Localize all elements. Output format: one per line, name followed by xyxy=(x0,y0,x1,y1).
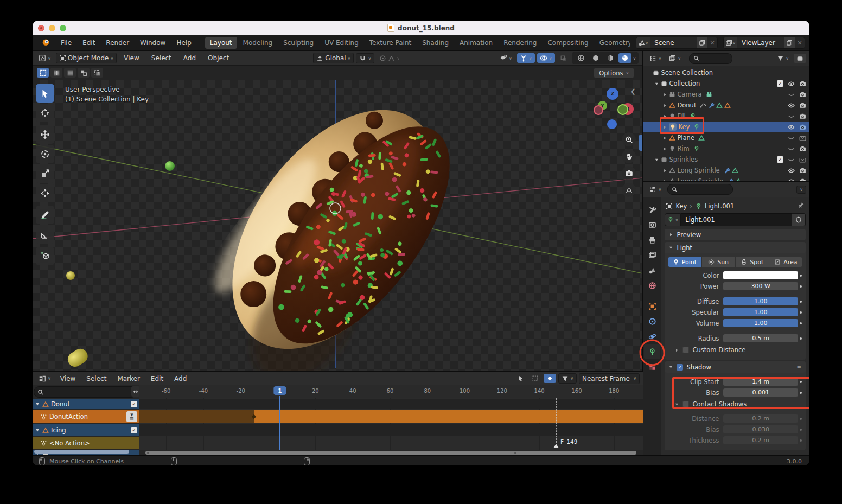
property-specular-field[interactable]: 1.00 xyxy=(723,308,798,316)
property-bias-field[interactable]: 0.001 xyxy=(723,388,798,397)
options-button[interactable]: Options∨ xyxy=(594,67,634,79)
pan-button[interactable] xyxy=(622,149,636,163)
gizmo-z-axis[interactable]: Z xyxy=(607,88,618,100)
property-volume-field[interactable]: 1.00 xyxy=(723,319,798,327)
properties-tab-texture[interactable] xyxy=(644,359,660,374)
blender-menu-button[interactable] xyxy=(37,36,55,49)
timeline-ruler[interactable]: -60-40-20204060801001201401601801 xyxy=(139,385,643,399)
scrollbar-handle-end[interactable] xyxy=(514,452,516,454)
channel-donutaction[interactable]: DonutAction▼▥ xyxy=(33,410,139,423)
light-panel-header[interactable]: Light= xyxy=(665,242,806,253)
animate-property-dot[interactable] xyxy=(798,418,803,420)
contact-shadows-checkbox[interactable] xyxy=(682,401,689,407)
disable-render-toggle-icon[interactable] xyxy=(799,124,806,131)
properties-tab-object[interactable] xyxy=(644,298,660,314)
hide-viewport-toggle-icon[interactable] xyxy=(788,102,795,109)
workspace-tab-rendering[interactable]: Rendering xyxy=(499,37,541,49)
outliner-row-plane[interactable]: Plane xyxy=(643,132,809,143)
light-browse-button[interactable]: ∨ xyxy=(665,213,681,226)
property-distance-field[interactable]: 0.2 m xyxy=(723,414,798,423)
preview-panel-header[interactable]: Preview= xyxy=(665,229,806,240)
animate-property-dot[interactable] xyxy=(798,301,803,303)
outliner-row-scene-collection[interactable]: Scene Collection xyxy=(643,67,809,78)
outliner-search-field[interactable] xyxy=(689,53,732,64)
properties-editor-type-button[interactable]: ∨ xyxy=(646,184,664,194)
properties-tab-physics[interactable] xyxy=(644,329,660,344)
properties-tab-world[interactable] xyxy=(644,278,660,293)
viewport-menu-select[interactable]: Select xyxy=(146,53,176,63)
animate-property-dot[interactable] xyxy=(798,337,803,340)
light-type-area-button[interactable]: Area xyxy=(769,257,802,267)
shading-rendered-button[interactable] xyxy=(618,53,632,63)
view-layer-new-button[interactable] xyxy=(784,37,795,48)
animate-property-dot[interactable] xyxy=(798,429,803,431)
tool-cursor-button[interactable] xyxy=(36,104,54,122)
tool-move-button[interactable] xyxy=(36,125,54,144)
outliner-row-rim[interactable]: Rim xyxy=(643,143,809,154)
channel-search-field[interactable] xyxy=(34,386,137,398)
show-gizmos-toggle[interactable]: ∨ xyxy=(517,53,535,63)
n-panel-tab[interactable] xyxy=(639,135,642,151)
workspace-tab-modeling[interactable]: Modeling xyxy=(238,37,278,49)
tool-add-cube-button[interactable] xyxy=(36,247,54,265)
tool-measure-button[interactable] xyxy=(36,225,54,244)
disable-render-toggle-icon[interactable] xyxy=(799,91,806,98)
hide-viewport-toggle-icon[interactable] xyxy=(788,124,795,131)
viewport-3d[interactable]: User Perspective (1) Scene Collection | … xyxy=(33,80,642,372)
timeline-scrollbar[interactable] xyxy=(145,451,636,455)
zoom-button[interactable] xyxy=(622,132,636,146)
properties-tab-scene[interactable] xyxy=(644,263,660,278)
playhead[interactable] xyxy=(279,396,280,450)
select-set-button[interactable] xyxy=(37,68,49,78)
workspace-tab-shading[interactable]: Shading xyxy=(417,37,454,49)
hide-viewport-toggle-off-icon[interactable] xyxy=(788,135,795,142)
outliner-row-long-sprinkle[interactable]: Long Sprinkle xyxy=(643,165,809,176)
select-inv-button[interactable] xyxy=(78,68,90,78)
tool-transform-button[interactable] xyxy=(36,184,54,202)
property-thickness-field[interactable]: 0.2 m xyxy=(723,436,798,444)
select-sub-button[interactable] xyxy=(64,68,76,78)
editor-type-button[interactable]: ∨ xyxy=(36,53,54,63)
show-keyframes-toggle[interactable] xyxy=(544,374,556,383)
dope-sheet-menu-select[interactable]: Select xyxy=(82,374,111,384)
properties-tab-object-data[interactable] xyxy=(644,344,660,359)
dope-sheet-body[interactable]: -60-40-20204060801001201401601801F_149Do… xyxy=(33,385,643,457)
workspace-tab-layout[interactable]: Layout xyxy=(205,37,237,49)
animate-property-dot[interactable] xyxy=(798,275,803,277)
workspace-tab-sculpting[interactable]: Sculpting xyxy=(278,37,318,49)
app-menu-help[interactable]: Help xyxy=(171,37,196,48)
object-visibility-dropdown[interactable]: ∨ xyxy=(497,53,515,63)
workspace-tab-compositing[interactable]: Compositing xyxy=(543,37,593,49)
zoom-button[interactable] xyxy=(60,25,66,31)
shadow-checkbox[interactable]: ✓ xyxy=(677,364,683,371)
outliner-row-donut[interactable]: Donut xyxy=(643,100,809,111)
workspace-tab-animation[interactable]: Animation xyxy=(455,37,497,49)
workspace-tab-texture-paint[interactable]: Texture Paint xyxy=(365,37,416,49)
perspective-toggle-button[interactable] xyxy=(622,183,636,197)
view-layer-browse-button[interactable]: ∨ xyxy=(724,37,737,48)
outliner-row-collection[interactable]: Collection✓ xyxy=(643,78,809,89)
outliner-row-key[interactable]: Key xyxy=(643,122,809,132)
gizmo-z-neg[interactable] xyxy=(607,119,617,129)
collection-checkbox[interactable]: ✓ xyxy=(777,80,783,87)
tool-select-box-button[interactable] xyxy=(36,84,54,103)
workspace-tab-geometry-nodes[interactable]: Geometry Nodes xyxy=(595,37,631,49)
disable-render-toggle-icon[interactable] xyxy=(799,80,806,87)
channel-scrollbar[interactable] xyxy=(34,450,129,454)
animate-property-dot[interactable] xyxy=(798,381,803,383)
snapping-toggle[interactable]: ∨ xyxy=(356,53,374,63)
collection-checkbox[interactable]: ✓ xyxy=(777,156,783,163)
dope-sheet-menu-marker[interactable]: Marker xyxy=(113,374,144,384)
properties-tab-view-layer[interactable] xyxy=(644,247,660,263)
sidebar-collapse-icon[interactable]: ❮ xyxy=(630,88,635,95)
action-pushdown-button[interactable]: ▼▥ xyxy=(126,411,137,422)
contact-shadows-toggle[interactable]: Contact Shadows xyxy=(674,399,803,409)
shadow-panel-header[interactable]: ✓Shadow= xyxy=(665,361,806,373)
properties-tab-output[interactable] xyxy=(644,232,660,247)
scene-unlink-button[interactable]: ✕ xyxy=(707,40,717,47)
property-bias-field[interactable]: 0.030 xyxy=(723,425,798,433)
workspace-tab-uv-editing[interactable]: UV Editing xyxy=(320,37,363,49)
dope-sheet-menu-edit[interactable]: Edit xyxy=(146,374,168,384)
shading-wireframe-button[interactable] xyxy=(575,53,588,63)
xray-toggle[interactable] xyxy=(557,54,570,63)
